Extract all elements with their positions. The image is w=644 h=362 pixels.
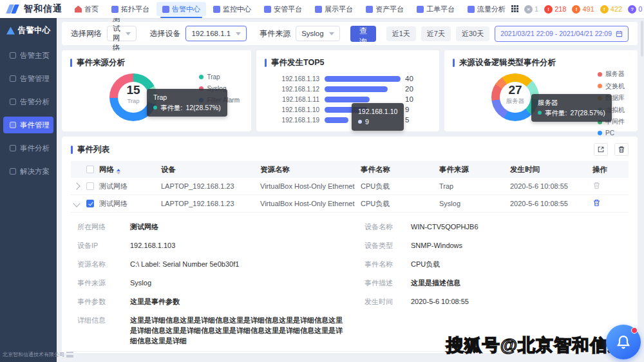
device-select[interactable]: 192.168.1.1: [185, 26, 247, 41]
event-analysis-icon: [10, 145, 16, 151]
top-navbar: 智和信通 首页 拓扑平台 告警中心 监控中心 安管平台 展示平台 资产平台 工单…: [0, 0, 644, 18]
alarm-badge-critical[interactable]: !218: [544, 5, 566, 14]
device-filter-label: 选择设备: [149, 28, 180, 39]
nav-item-alarm-center[interactable]: 告警中心: [156, 2, 206, 16]
detail-field: 事件参数这里是事件参数: [77, 292, 365, 311]
range-7day-button[interactable]: 近7天: [421, 26, 451, 41]
detail-field: 发生时间2020-5-6 10:08:55: [365, 292, 629, 311]
bar-row[interactable]: 192.168.1.10 9: [265, 104, 433, 115]
delete-selected-button[interactable]: [614, 143, 629, 156]
main-content: 选择网络 测试网络 选择设备 192.168.1.1 事件来源 Syslog 查…: [57, 18, 644, 362]
sidebar: 告警中心 告警主页 告警管理 告警分析 事件管理 事件分析 解决方案 北京智和信…: [0, 18, 57, 362]
row-detail-panel: 所在网络测试网络 设备IP192.168.1.103 资源名称C:\ Label…: [71, 213, 629, 352]
date-range-picker[interactable]: 2021/03/21 22:09 - 2021/04/21 22:09: [495, 26, 629, 42]
row-checkbox[interactable]: [86, 182, 94, 190]
nav-item-home[interactable]: 首页: [69, 2, 104, 16]
card-title: 事件来源分析: [62, 50, 251, 68]
nav-item-ticket-platform[interactable]: 工单平台: [411, 2, 460, 16]
sidebar-item-alarm-analysis[interactable]: 告警分析: [3, 93, 53, 110]
query-button[interactable]: 查询: [350, 26, 376, 42]
network-select[interactable]: 测试网络: [107, 26, 137, 41]
sort-icon[interactable]: [117, 169, 120, 175]
range-30day-button[interactable]: 近30天: [456, 26, 489, 41]
hamburger-icon[interactable]: [66, 352, 73, 357]
chat-float-button[interactable]: [606, 325, 641, 359]
source-filter-label: 事件来源: [260, 28, 290, 39]
chevron-down-icon: [236, 32, 241, 35]
export-icon: [597, 146, 605, 153]
bar-row[interactable]: 192.168.1.11 10: [265, 94, 433, 104]
event-top5-card: 事件发生TOP5 192.168.1.13 40 192.168.1.12 20…: [256, 50, 439, 131]
nav-item-asset-platform[interactable]: 资产平台: [360, 2, 410, 16]
row-checkbox-checked[interactable]: [86, 200, 94, 207]
home-icon: [75, 6, 82, 13]
alarm-badge-unknown[interactable]: ×1: [524, 5, 538, 14]
nav-item-traffic-analysis[interactable]: 流量分析: [462, 2, 511, 16]
range-1day-button[interactable]: 近1天: [386, 26, 416, 41]
select-all-checkbox[interactable]: [86, 166, 94, 173]
topology-icon: [111, 6, 118, 13]
badge-circle-icon: !: [572, 5, 580, 14]
collapse-chevron-icon[interactable]: [73, 200, 80, 207]
home-icon: [10, 52, 16, 59]
alarm-badge-major[interactable]: !491: [572, 5, 594, 14]
table-row[interactable]: 测试网络 LAPTOP_192.168.1.23 VirtualBox Host…: [71, 178, 629, 195]
event-list-card: 事件列表 网络 设备 资源名称 事件名称 事件来源 发生时间: [62, 137, 638, 353]
detail-field: 设备类型SNMP-Windows: [365, 236, 629, 255]
delete-row-icon[interactable]: [592, 198, 601, 207]
alarm-icon: [162, 6, 169, 13]
export-button[interactable]: [594, 143, 608, 156]
watermark: 搜狐号@北京智和信通: [446, 334, 626, 357]
delete-row-icon[interactable]: [592, 181, 601, 190]
alarm-badge-warning[interactable]: ?0: [628, 5, 642, 14]
detail-field: 事件来源Syslog: [77, 274, 365, 292]
legend-item[interactable]: PC: [598, 129, 625, 137]
table-row-expanded[interactable]: 测试网络 LAPTOP_192.168.1.23 VirtualBox Host…: [71, 195, 629, 213]
table-title: 事件列表: [77, 144, 109, 155]
sidebar-item-event-analysis[interactable]: 事件分析: [3, 140, 53, 157]
document-icon: [417, 6, 424, 13]
scrollbar[interactable]: [641, 21, 643, 57]
card-title: 事件发生TOP5: [256, 50, 439, 68]
app-logo[interactable]: 智和信通: [0, 3, 69, 15]
legend-item[interactable]: 服务器: [598, 70, 625, 79]
company-name: 北京智和信通技术有限公司: [3, 351, 64, 358]
alert-triangle-icon: [6, 27, 15, 35]
event-source-card: 事件来源分析 15 Trap Trap Syslog Filter Alarm …: [62, 50, 251, 131]
bar-row[interactable]: 192.168.1.12 20: [265, 84, 433, 94]
chart-tooltip: Trap 事件量:12(28.57%): [147, 89, 227, 117]
manage-icon: [10, 75, 16, 82]
badge-circle-icon: ?: [628, 5, 636, 14]
nav-item-security-platform[interactable]: 安管平台: [258, 2, 308, 16]
trash-icon: [618, 146, 625, 153]
monitor-icon: [213, 6, 220, 13]
legend-item[interactable]: 交换机: [598, 82, 625, 91]
analysis-icon: [10, 99, 16, 105]
bar-row[interactable]: 192.168.1.19 5: [265, 115, 433, 125]
detail-field: 所在网络测试网络: [77, 218, 365, 236]
navbar-right: ×1 !218 !491 !422 ?0 delv 0: [511, 1, 644, 17]
sidebar-item-solution[interactable]: 解决方案: [3, 163, 53, 180]
apps-grid-icon[interactable]: [511, 5, 518, 13]
nav-item-display-platform[interactable]: 展示平台: [309, 2, 359, 16]
calendar-icon: [616, 30, 623, 37]
notification-dot: [631, 327, 638, 334]
chart-cards: 事件来源分析 15 Trap Trap Syslog Filter Alarm …: [62, 50, 638, 131]
expand-chevron-icon[interactable]: [73, 182, 80, 189]
sidebar-item-alarm-home[interactable]: 告警主页: [3, 47, 53, 64]
sidebar-item-alarm-manage[interactable]: 告警管理: [3, 70, 53, 87]
sidebar-footer: 北京智和信通技术有限公司: [0, 347, 57, 362]
top5-bar-chart: 192.168.1.13 40 192.168.1.12 20 192.168.…: [265, 73, 433, 125]
source-select[interactable]: Syslog: [296, 26, 340, 41]
badge-circle-icon: ×: [524, 5, 533, 14]
filter-bar: 选择网络 测试网络 选择设备 192.168.1.1 事件来源 Syslog 查…: [62, 22, 638, 45]
detail-field: 设备IP192.168.1.103: [77, 236, 365, 255]
sidebar-item-event-manage[interactable]: 事件管理: [3, 117, 53, 133]
legend-item[interactable]: Trap: [199, 73, 240, 81]
nav-item-topology[interactable]: 拓扑平台: [106, 2, 155, 16]
nav-item-monitor-center[interactable]: 监控中心: [207, 2, 257, 16]
event-icon: [10, 122, 16, 128]
box-icon: [366, 6, 373, 13]
bar-row[interactable]: 192.168.1.13 40: [265, 73, 433, 84]
alarm-badge-minor[interactable]: !422: [600, 5, 622, 14]
